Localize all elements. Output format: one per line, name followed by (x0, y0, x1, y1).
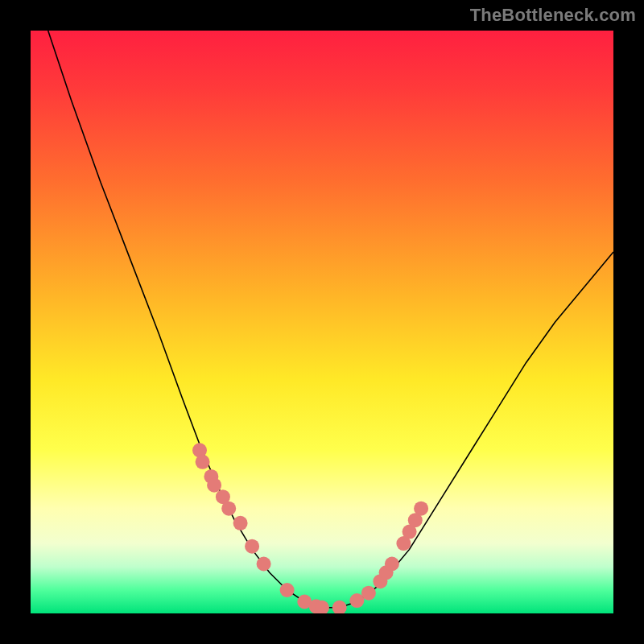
plot-svg (31, 31, 613, 613)
chart-frame: TheBottleneck.com (0, 0, 644, 644)
highlight-dot (385, 557, 399, 572)
highlight-dot (196, 455, 210, 469)
watermark-text: TheBottleneck.com (470, 5, 636, 26)
highlight-dot (221, 502, 236, 516)
highlight-dots (192, 443, 428, 613)
highlight-dot (257, 557, 271, 572)
plot-area (31, 31, 613, 613)
highlight-dot (280, 583, 295, 597)
highlight-dot (332, 601, 347, 613)
highlight-dot (361, 586, 376, 601)
highlight-dot (414, 502, 428, 516)
highlight-dot (245, 539, 259, 554)
highlight-dot (207, 478, 221, 493)
bottleneck-curve (48, 31, 613, 608)
highlight-dot (233, 516, 248, 530)
